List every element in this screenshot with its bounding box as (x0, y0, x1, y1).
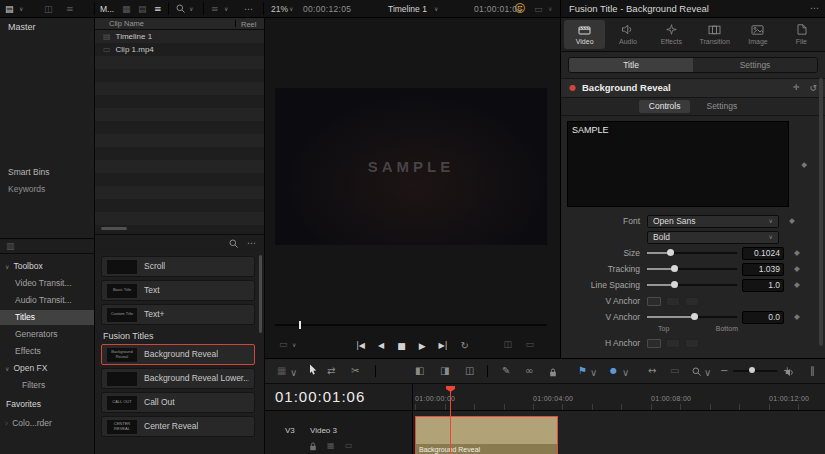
zoom-out-button[interactable]: − (720, 366, 728, 376)
column-divider[interactable] (235, 20, 236, 27)
chevron-down-icon[interactable]: ∨ (189, 6, 193, 12)
v-anchor-middle-button[interactable] (666, 297, 680, 306)
viewer-zoom-dropdown[interactable]: 21% (271, 5, 288, 14)
tab-title[interactable]: Title (569, 58, 693, 72)
keyframe-diamond-icon[interactable]: ◆ (794, 313, 800, 321)
h-anchor-center-button[interactable] (666, 339, 680, 348)
chevron-down-icon[interactable]: ∨ (548, 6, 552, 12)
table-row-timeline[interactable]: ▤ Timeline 1 (95, 30, 264, 43)
keyframe-diamond-icon[interactable]: ◆ (794, 249, 800, 257)
search-icon[interactable] (229, 239, 238, 248)
enable-dot-icon[interactable]: ● (569, 84, 576, 92)
more-options-icon[interactable]: ⋯ (247, 239, 256, 248)
sidebar-item-color[interactable]: › Colo...rder (0, 416, 94, 431)
effect-node-row[interactable]: ● Background Reveal ✛ ↺ (561, 78, 825, 98)
list-view-icon[interactable]: ≡ (154, 5, 162, 14)
h-anchor-left-button[interactable] (647, 339, 661, 348)
replace-clip-icon[interactable]: ◫ (465, 366, 474, 376)
tab-video[interactable]: Video (564, 20, 605, 49)
sidebar-item-effects[interactable]: Effects (0, 344, 94, 359)
magnifier-icon[interactable] (692, 366, 701, 376)
viewer-option-icon[interactable]: ▭ (534, 5, 543, 14)
stop-button[interactable]: ■ (397, 342, 406, 351)
vertical-scrollbar[interactable] (259, 255, 262, 333)
next-frame-button[interactable]: ▶| (439, 342, 448, 350)
inspector-scrollbar[interactable] (819, 78, 823, 346)
match-frame-icon[interactable]: ◫ (503, 340, 512, 349)
more-options-icon[interactable]: ⋯ (244, 5, 253, 14)
sidebar-item-video-transitions[interactable]: Video Transit... (0, 276, 94, 291)
chevron-down-icon[interactable]: ∨ (19, 6, 23, 12)
keyframe-diamond-icon[interactable]: ◆ (794, 281, 800, 289)
keyframe-adjust-icon[interactable]: ✛ (793, 84, 800, 92)
keyframe-diamond-icon[interactable]: ◆ (801, 161, 807, 169)
insert-clip-icon[interactable]: ◧ (415, 366, 424, 376)
size-slider[interactable] (647, 247, 737, 260)
line-spacing-value[interactable]: 1.0 (742, 279, 784, 292)
list-item-background-reveal-lower[interactable]: Background Reveal Lower... (101, 368, 255, 389)
keyframe-diamond-icon[interactable]: ◆ (794, 265, 800, 273)
loop-button[interactable]: ↻ (460, 341, 468, 351)
sidebar-item-audio-transitions[interactable]: Audio Transit... (0, 293, 94, 308)
razor-tool-icon[interactable]: ✂ (351, 366, 359, 376)
audio-monitor-icon[interactable] (785, 367, 795, 377)
zoom-fit-icon[interactable]: ↔ (648, 366, 656, 376)
tab-image[interactable]: Image (737, 20, 778, 49)
font-family-dropdown[interactable]: Open Sans ∨ (647, 215, 779, 228)
panel-toggle-icon[interactable]: ▥ (6, 242, 15, 251)
column-clip-name[interactable]: Clip Name (109, 20, 144, 28)
chevron-down-icon[interactable]: ∨ (622, 368, 629, 378)
table-row-clip[interactable]: ▭ Clip 1.mp4 (95, 43, 264, 56)
tab-audio[interactable]: Audio (607, 20, 648, 49)
list-item-background-reveal[interactable]: Background Reveal Background Reveal (101, 344, 255, 365)
list-item-scroll[interactable]: Scroll (101, 256, 255, 277)
line-spacing-slider[interactable] (647, 279, 737, 292)
lock-icon[interactable] (549, 367, 557, 377)
playhead-line[interactable] (450, 386, 451, 454)
v-anchor-value[interactable]: 0.0 (742, 311, 784, 324)
first-frame-button[interactable]: |◀ (356, 342, 365, 350)
trim-edit-mode-icon[interactable]: ⇄ (327, 366, 335, 376)
track-lock-icon[interactable] (309, 442, 317, 451)
track-name[interactable]: Video 3 (310, 427, 337, 435)
effects-library-toggle-icon[interactable]: ◫ (44, 5, 53, 14)
horizontal-scrollbar[interactable] (101, 227, 127, 230)
toolbox-section[interactable]: ∨ Toolbox (0, 259, 94, 274)
tracking-slider[interactable] (647, 263, 737, 276)
timeline-selector[interactable]: Timeline 1 (388, 5, 427, 14)
chevron-down-icon[interactable]: ∨ (704, 368, 711, 378)
smart-bins-section[interactable]: Smart Bins (8, 168, 50, 177)
openfx-section[interactable]: ∨ Open FX (0, 361, 94, 376)
v-anchor-bottom-button[interactable] (685, 297, 699, 306)
timeline-ruler[interactable]: 01:00:01:06 01:00:00:00 01:00:04:00 01:0… (265, 384, 825, 411)
mixer-bars-icon[interactable]: ∥ (810, 366, 815, 376)
tab-controls-settings[interactable]: Settings (696, 100, 747, 113)
chevron-down-icon[interactable]: ∨ (290, 368, 297, 378)
sidebar-item-titles[interactable]: Titles (0, 310, 94, 325)
sidebar-item-filters[interactable]: Filters (0, 378, 94, 393)
flag-icon[interactable]: ⚑ (578, 366, 587, 376)
viewer-overlay-icon[interactable]: ▭ (525, 340, 534, 349)
search-icon[interactable] (176, 4, 185, 13)
sidebar-item-generators[interactable]: Generators (0, 327, 94, 342)
strip-view-icon[interactable]: ▤ (138, 5, 147, 14)
tab-file[interactable]: File (781, 20, 822, 49)
title-text-input[interactable]: SAMPLE (567, 121, 789, 207)
media-pool-toggle-icon[interactable]: ▤ (5, 5, 14, 14)
chevron-down-icon[interactable]: ∨ (590, 368, 597, 378)
list-item-text-plus[interactable]: Custom Title Text+ (101, 304, 255, 325)
viewer-mode-icon[interactable]: ▭ (279, 340, 288, 349)
timeline-clip-background-reveal[interactable]: Background Reveal (415, 416, 558, 454)
zoom-box-icon[interactable]: ▭ (670, 366, 679, 376)
v-anchor-top-button[interactable] (647, 297, 661, 306)
chevron-down-icon[interactable]: ∨ (224, 6, 228, 12)
zoom-slider[interactable] (733, 370, 777, 372)
prev-frame-button[interactable]: ◀ (378, 342, 384, 350)
pen-tool-icon[interactable]: ✎ (502, 366, 510, 376)
viewer-scrub-playhead[interactable] (299, 321, 301, 329)
link-clips-icon[interactable]: ∞ (525, 366, 533, 376)
tab-effects[interactable]: Effects (651, 20, 692, 49)
list-item-call-out[interactable]: CALL OUT Call Out (101, 392, 255, 413)
tracking-value[interactable]: 1.039 (742, 263, 784, 276)
marker-icon[interactable]: ● (610, 367, 617, 375)
